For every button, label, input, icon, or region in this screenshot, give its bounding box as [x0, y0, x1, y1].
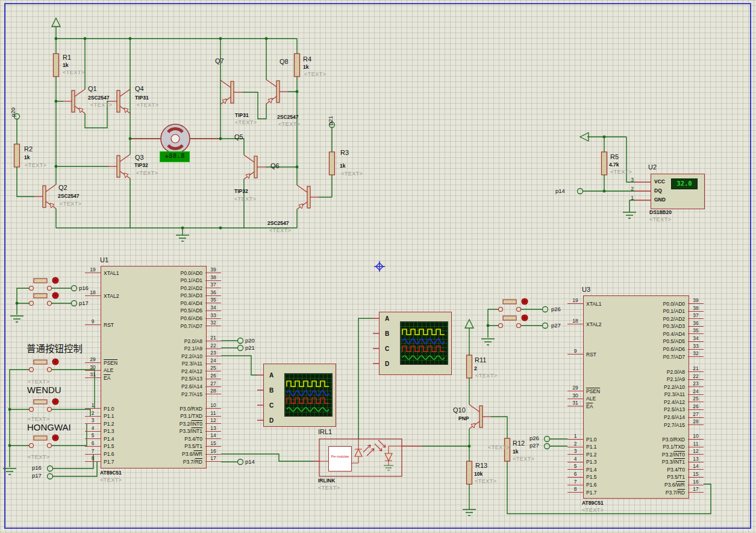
- pin-stub[interactable]: [205, 311, 221, 311]
- r1-resistor[interactable]: [54, 54, 59, 77]
- r4-resistor[interactable]: [295, 54, 300, 77]
- pin-number: 38: [689, 305, 703, 311]
- pin-stub[interactable]: [85, 431, 101, 432]
- pin-stub[interactable]: [567, 391, 583, 391]
- pin-stub[interactable]: [567, 469, 583, 470]
- pin-stub[interactable]: [688, 333, 704, 334]
- pin-stub[interactable]: [205, 318, 221, 319]
- pin-stub[interactable]: [85, 295, 101, 296]
- pin-stub[interactable]: [567, 406, 583, 406]
- pin-stub[interactable]: [205, 423, 221, 424]
- pin-stub[interactable]: [85, 423, 101, 424]
- pin-stub[interactable]: [567, 303, 583, 304]
- pin-stub[interactable]: [688, 402, 704, 402]
- pin-stub[interactable]: [205, 438, 221, 439]
- r13-resistor[interactable]: [467, 461, 472, 484]
- pin-stub[interactable]: [688, 462, 704, 462]
- pin-stub[interactable]: [688, 394, 704, 395]
- pin-stub[interactable]: [567, 477, 583, 478]
- oscilloscope-1[interactable]: ABCD: [263, 364, 336, 427]
- pin-stub[interactable]: [688, 447, 704, 447]
- pin-stub[interactable]: [567, 324, 583, 324]
- pin-stub[interactable]: [85, 416, 101, 417]
- pin-stub[interactable]: [85, 438, 101, 439]
- pin-stub[interactable]: [205, 280, 221, 281]
- pin-stub[interactable]: [688, 469, 704, 470]
- pin-stub[interactable]: [85, 370, 101, 371]
- pin-stub[interactable]: [688, 303, 704, 304]
- q6-transistor[interactable]: [297, 185, 319, 209]
- q10-transistor[interactable]: [469, 405, 491, 429]
- pin-stub[interactable]: [688, 424, 704, 425]
- pin-stub[interactable]: [688, 311, 704, 312]
- pin-stub[interactable]: [205, 341, 221, 341]
- pin-stub[interactable]: [688, 417, 704, 418]
- pin-stub[interactable]: [688, 326, 704, 327]
- pin-stub[interactable]: [205, 431, 221, 432]
- pin-stub[interactable]: [205, 364, 221, 364]
- pin-stub[interactable]: [205, 454, 221, 455]
- pin-stub[interactable]: [205, 303, 221, 303]
- pin-stub[interactable]: [205, 326, 221, 326]
- pin-stub[interactable]: [688, 386, 704, 387]
- pin-stub[interactable]: [688, 477, 704, 478]
- dc-motor[interactable]: [130, 124, 220, 153]
- pin-stub[interactable]: [567, 354, 583, 355]
- r3-resistor[interactable]: [330, 152, 335, 175]
- pin-stub[interactable]: [688, 341, 704, 342]
- pin-stub[interactable]: [567, 439, 583, 440]
- q2-transistor[interactable]: [34, 184, 56, 209]
- pin-stub[interactable]: [567, 454, 583, 455]
- pin-stub[interactable]: [688, 454, 704, 455]
- pin-stub[interactable]: [205, 379, 221, 379]
- pin-stub[interactable]: [85, 273, 101, 273]
- q1-transistor[interactable]: [63, 89, 85, 113]
- pin-stub[interactable]: [85, 454, 101, 455]
- schematic-canvas[interactable]: U1 AT89C51 <TEXT> 19XTAL1 18XTAL2 9RST 2…: [0, 0, 756, 533]
- pin-stub[interactable]: [85, 377, 101, 378]
- pin-stub[interactable]: [205, 416, 221, 417]
- pin-stub[interactable]: [688, 492, 704, 493]
- q4-ref: Q4: [135, 86, 144, 92]
- pin-stub[interactable]: [205, 356, 221, 356]
- r5-resistor[interactable]: [602, 152, 607, 175]
- pin-stub[interactable]: [688, 439, 704, 440]
- oscilloscope-2[interactable]: ABCD: [379, 312, 452, 375]
- pin-stub[interactable]: [205, 288, 221, 288]
- pin-stub[interactable]: [205, 273, 221, 273]
- pin-stub[interactable]: [688, 356, 704, 357]
- pin-stub[interactable]: [85, 324, 101, 325]
- terminal-label-p27-u3: p27: [530, 443, 539, 449]
- r11-resistor[interactable]: [467, 355, 472, 378]
- pin-stub[interactable]: [205, 295, 221, 296]
- pin-stub[interactable]: [688, 409, 704, 410]
- pin-stub[interactable]: [688, 379, 704, 380]
- q7-transistor[interactable]: [220, 80, 242, 104]
- pin-stub[interactable]: [205, 408, 221, 409]
- pin-stub[interactable]: [85, 362, 101, 363]
- q8-transistor[interactable]: [266, 80, 288, 104]
- pin-stub[interactable]: [85, 446, 101, 447]
- pin-stub[interactable]: [567, 447, 583, 447]
- pin-stub[interactable]: [205, 386, 221, 387]
- pin-stub[interactable]: [205, 394, 221, 394]
- pin-stub[interactable]: [205, 461, 221, 462]
- pin-stub[interactable]: [688, 485, 704, 485]
- pin-stub[interactable]: [567, 462, 583, 462]
- q5-transistor[interactable]: [244, 155, 266, 179]
- pin-stub[interactable]: [205, 446, 221, 447]
- pin-stub[interactable]: [567, 485, 583, 485]
- pin-stub[interactable]: [85, 461, 101, 462]
- q4-transistor[interactable]: [108, 89, 130, 113]
- pin-stub[interactable]: [205, 348, 221, 349]
- pin-stub[interactable]: [688, 349, 704, 350]
- pin-stub[interactable]: [85, 408, 101, 409]
- pin-stub[interactable]: [688, 371, 704, 372]
- pin-stub[interactable]: [567, 399, 583, 399]
- q3-transistor[interactable]: [108, 154, 130, 178]
- pin-stub[interactable]: [567, 492, 583, 493]
- r2-resistor[interactable]: [14, 144, 20, 167]
- pin-number: 24: [206, 358, 220, 364]
- pin-stub[interactable]: [688, 318, 704, 319]
- pin-stub[interactable]: [205, 371, 221, 371]
